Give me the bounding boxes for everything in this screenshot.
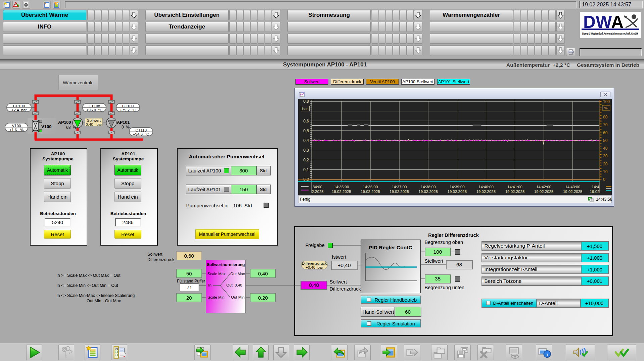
svg-text:100: 100 <box>603 99 610 104</box>
svg-text:50: 50 <box>603 138 608 143</box>
svg-text:14:41:00: 14:41:00 <box>507 185 522 189</box>
svg-text:30: 30 <box>603 154 608 158</box>
svg-text:20: 20 <box>603 162 608 166</box>
svg-text:19.02.2025: 19.02.2025 <box>332 190 351 194</box>
svg-text:19.02.2025: 19.02.2025 <box>476 190 496 194</box>
svg-text:14:39:00: 14:39:00 <box>449 185 464 189</box>
svg-text:60: 60 <box>603 131 608 135</box>
svg-text:14:43:00: 14:43:00 <box>565 185 580 189</box>
svg-text:19.02.2025: 19.02.2025 <box>534 190 553 194</box>
svg-text:2.2025: 2.2025 <box>312 190 323 194</box>
svg-text:0,4: 0,4 <box>303 138 309 143</box>
svg-text:14:38:00: 14:38:00 <box>420 185 435 189</box>
svg-text:70: 70 <box>603 122 608 127</box>
svg-text:14:40:00: 14:40:00 <box>478 185 494 189</box>
svg-text:10: 10 <box>603 169 608 174</box>
svg-text:14:35:00: 14:35:00 <box>334 185 349 189</box>
svg-text:19.02.2025: 19.02.2025 <box>361 190 380 194</box>
svg-text:19.02.2025: 19.02.2025 <box>418 190 438 194</box>
svg-text:0,5: 0,5 <box>303 128 309 133</box>
svg-text:14:37:00: 14:37:00 <box>392 185 407 189</box>
svg-text:19.02.2025: 19.02.2025 <box>563 190 582 194</box>
svg-text:0,3: 0,3 <box>303 148 309 153</box>
svg-text:19.02.2025: 19.02.2025 <box>505 190 524 194</box>
svg-text:%: % <box>604 106 607 110</box>
svg-text:i: i <box>547 351 548 357</box>
svg-text:80: 80 <box>603 115 608 119</box>
svg-text:40: 40 <box>603 146 608 151</box>
svg-text:14:4: 14:4 <box>592 185 599 189</box>
svg-text:bar: bar <box>302 107 308 111</box>
svg-text:34:00: 34:00 <box>313 185 322 189</box>
svg-text:0: 0 <box>603 177 605 182</box>
svg-text:14:36:00: 14:36:00 <box>363 185 378 189</box>
svg-text:19.02: 19.02 <box>590 190 599 194</box>
svg-text:19.02.2025: 19.02.2025 <box>389 190 409 194</box>
svg-text:19.02.2025: 19.02.2025 <box>447 190 467 194</box>
svg-text:0,6: 0,6 <box>303 119 309 123</box>
svg-text:0,1: 0,1 <box>303 167 309 172</box>
svg-text:0,8: 0,8 <box>303 99 309 104</box>
svg-text:14:42:00: 14:42:00 <box>536 185 551 189</box>
svg-text:0,2: 0,2 <box>303 158 309 162</box>
